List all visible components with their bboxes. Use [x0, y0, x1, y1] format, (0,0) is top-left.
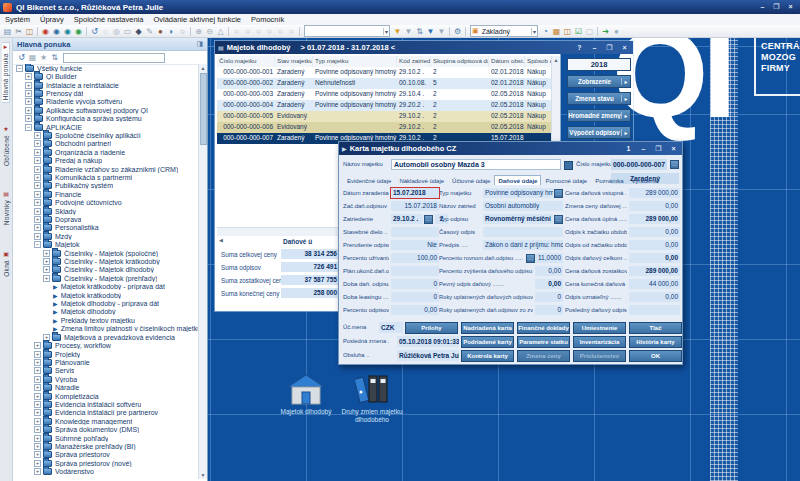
card-tab-danove-udaje[interactable]: Daňové údaje	[494, 175, 541, 185]
table-row[interactable]: 000-000-000-005Evidovaný29.10.2 .202.05.…	[217, 111, 553, 122]
expand-icon[interactable]: +	[34, 435, 41, 442]
expand-icon[interactable]: +	[34, 460, 41, 467]
help-button[interactable]: ?	[574, 43, 585, 53]
minimize-button[interactable]: –	[638, 144, 649, 154]
tree-item-majetok-kratkodoby-priprava-dat[interactable]: ▶Majetok krátkodobý - príprava dát	[13, 283, 199, 291]
blank-icon[interactable]: ▢	[584, 26, 595, 37]
expand-icon[interactable]: +	[34, 409, 41, 416]
field-value[interactable]: 0	[391, 292, 439, 302]
menu-spolocne-nastavenia[interactable]: Spoločné nastavenia	[69, 15, 149, 24]
assets-window-titlebar[interactable]: ▤ Majetok dlhodobý > 01.07.2018 - 31.07.…	[215, 41, 633, 54]
expand-icon[interactable]: +	[34, 191, 41, 198]
field-value[interactable]: 15.07.2018	[391, 201, 439, 211]
field-value[interactable]: 44 000,00	[629, 279, 680, 289]
record6-icon[interactable]: ○	[286, 26, 297, 37]
tree-item-projekty[interactable]: +Projekty	[13, 350, 199, 358]
record4-icon[interactable]: ○	[264, 26, 275, 37]
field-value[interactable]: 289 000,00	[629, 266, 680, 276]
expand-icon[interactable]: +	[25, 90, 32, 97]
tree-item-instalacie-a-reinstalacie[interactable]: +Inštalácie a reinštalácie	[13, 81, 199, 89]
field-value[interactable]: 0,00	[629, 292, 680, 302]
action-button-hromadne-zmeny[interactable]: Hromadné zmeny▸	[567, 109, 631, 122]
action-button-vypocet-odpisov[interactable]: Výpočet odpisov▸	[567, 126, 631, 139]
tree-item-sprava-priestorov[interactable]: +Správa priestorov	[13, 451, 199, 459]
expand-icon[interactable]: +	[43, 275, 50, 282]
collapse-icon[interactable]: −	[16, 65, 23, 72]
tree-item-majetok-dlhodoby[interactable]: ▶Majetok dlhodobý	[13, 308, 199, 316]
ellipsis-button[interactable]: …	[554, 215, 563, 224]
expand-icon[interactable]: +	[25, 98, 32, 105]
scrollbar-thumb[interactable]	[200, 73, 207, 145]
tree-item-planovanie[interactable]: +Plánovanie	[13, 358, 199, 366]
dropdown-arrow-icon[interactable]: ▾	[531, 28, 537, 35]
tree-item-prenosy-dat[interactable]: +Prenosy dát	[13, 89, 199, 97]
table-row[interactable]: 000-000-000-006Evidovaný29.10.2 .202.05.…	[217, 122, 553, 133]
column-header-kod-zatried[interactable]: Kód zatried...	[397, 56, 431, 67]
tree-item-vsetky-funkcie[interactable]: −Všetky funkcie	[13, 64, 199, 72]
tree-scrollbar[interactable]: ▲ ▼	[198, 64, 207, 479]
menu-upravy[interactable]: Úpravy	[35, 15, 69, 24]
card-button-financne-doklady[interactable]: Finančné doklady	[517, 322, 570, 334]
tree-item-personalistika[interactable]: +Personalistika	[13, 224, 199, 232]
pin-icon[interactable]: ◨	[196, 40, 203, 48]
expand-icon[interactable]: +	[34, 149, 41, 156]
scroll-up-icon[interactable]: ▲	[199, 64, 207, 72]
field-value[interactable]: 0	[391, 279, 439, 289]
expand-icon[interactable]: +	[34, 367, 41, 374]
edit-icon[interactable]: ✎	[144, 26, 155, 37]
globe-icon[interactable]: ◔	[540, 26, 551, 37]
card-button-parametre-statku[interactable]: Parametre statku	[517, 336, 570, 348]
expand-icon[interactable]: +	[34, 376, 41, 383]
expand-icon[interactable]: +	[34, 384, 41, 391]
asset-number-field[interactable]: 000-000-000-007	[611, 159, 667, 170]
circle-icon[interactable]: ◌	[100, 26, 111, 37]
add-icon[interactable]: ⊕	[193, 26, 204, 37]
expand-icon[interactable]: +	[34, 174, 41, 181]
field-value[interactable]: Zákon o dani z príjmu: hmot.majetok	[483, 240, 563, 250]
card-tab-vyradenie[interactable]: Vyradenie	[628, 175, 663, 185]
tree-item-aplikacie-softwarovej-podpory-qi[interactable]: +Aplikácie softwarovej podpory QI	[13, 106, 199, 114]
expand-icon[interactable]: +	[34, 393, 41, 400]
tree-item-vyroba[interactable]: +Výroba	[13, 375, 199, 383]
tree-item-aplikacie[interactable]: −APLIKÁCIE	[13, 123, 199, 131]
tree-item-sklady[interactable]: +Sklady	[13, 207, 199, 215]
tree-item-riadenie-vztahov-so-zakaznikmi-crm[interactable]: +Riadenie vzťahov so zákazníkmi (CRM)	[13, 165, 199, 173]
close-button[interactable]: ×	[619, 43, 630, 53]
card-button-inventarizacia[interactable]: Inventarizácia	[573, 336, 626, 348]
card-tab-pomocne-udaje[interactable]: Pomocné údaje	[541, 175, 591, 185]
tree-item-publikacny-system[interactable]: +Publikačný systém	[13, 182, 199, 190]
menu-search-input[interactable]	[63, 53, 165, 63]
table-row[interactable]: 000-000-000-002ZaradenýNehnuteľnosti00.1…	[217, 78, 553, 89]
filter-gold-icon[interactable]: ▼	[392, 26, 403, 37]
favorites-icon[interactable]: ★	[38, 52, 49, 63]
expand-icon[interactable]: +	[34, 451, 41, 458]
card-button-tlac[interactable]: Tlač	[629, 322, 682, 334]
maximize-button[interactable]: ❐	[653, 144, 664, 154]
expand-icon[interactable]: +	[34, 468, 41, 475]
tree-item-manazerske-prehlady-bi[interactable]: +Manažérske prehľady (BI)	[13, 442, 199, 450]
card-tab-nakladove-udaje[interactable]: Nákladové údaje	[395, 175, 448, 185]
tree-item-qi-builder[interactable]: +Qi Builder	[13, 72, 199, 80]
expand-icon[interactable]: +	[34, 426, 41, 433]
tree-item-kompletizacia[interactable]: +Kompletizácia	[13, 392, 199, 400]
expand-icon[interactable]: +	[34, 418, 41, 425]
expand-icon[interactable]: +	[43, 266, 50, 273]
nav-green-globe-icon[interactable]: ◉	[73, 26, 84, 37]
package-icon[interactable]: ▦	[551, 26, 562, 37]
tree-item-ciselniky-majetok-kratkodoby[interactable]: +Číselníky - Majetok krátkodobý	[13, 257, 199, 265]
refresh-icon[interactable]: ↺	[89, 26, 100, 37]
gear-icon[interactable]: ⚙	[452, 26, 463, 37]
nav-teal-globe-icon[interactable]: ◉	[62, 26, 73, 37]
table-row[interactable]: 000-000-000-004ZaradenýPovinne odpisovan…	[217, 100, 553, 111]
sidebar-tab-okna[interactable]: ▣Okná	[3, 250, 10, 279]
target-icon[interactable]: ◎	[111, 26, 122, 37]
record1-icon[interactable]: ○	[231, 26, 242, 37]
card-tab-uctovne-udaje[interactable]: Účtovné údaje	[448, 175, 494, 185]
field-value[interactable]: 0,00	[629, 240, 680, 250]
search-binoculars-icon[interactable]: ◆	[133, 26, 144, 37]
expand-icon[interactable]: +	[43, 250, 50, 257]
menu-system[interactable]: Systém	[0, 15, 35, 24]
card-button-nadriadena-karta[interactable]: Nadriadená karta	[461, 322, 514, 334]
expand-icon[interactable]: +	[34, 401, 41, 408]
tree-item-knowledge-management[interactable]: +Knowledge management	[13, 417, 199, 425]
